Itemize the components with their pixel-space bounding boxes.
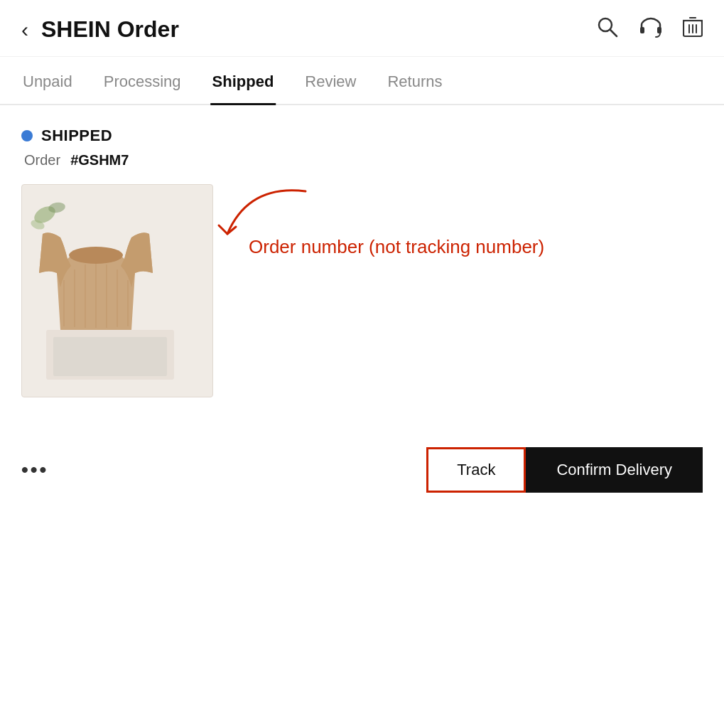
tab-review[interactable]: Review xyxy=(289,57,372,104)
annotation-arrow xyxy=(192,177,334,269)
trash-icon[interactable] xyxy=(683,16,703,43)
status-dot xyxy=(21,130,33,141)
order-number: #GSHM7 xyxy=(70,152,129,168)
tab-processing[interactable]: Processing xyxy=(88,57,197,104)
svg-rect-12 xyxy=(53,337,167,376)
status-row: SHIPPED xyxy=(21,127,703,145)
status-label: SHIPPED xyxy=(41,127,112,145)
order-label: Order xyxy=(24,152,60,168)
tabs-bar: Unpaid Processing Shipped Review Returns xyxy=(0,57,724,105)
svg-point-13 xyxy=(69,247,123,264)
svg-line-1 xyxy=(610,30,617,36)
product-area: Order number (not tracking number) xyxy=(21,184,703,397)
svg-rect-2 xyxy=(640,27,644,33)
track-button[interactable]: Track xyxy=(426,447,526,493)
tab-shipped[interactable]: Shipped xyxy=(197,57,290,104)
order-content: SHIPPED Order #GSHM7 xyxy=(0,105,724,397)
confirm-delivery-button[interactable]: Confirm Delivery xyxy=(526,447,703,493)
tab-returns[interactable]: Returns xyxy=(372,57,458,104)
product-image xyxy=(21,184,213,397)
more-options-button[interactable]: ••• xyxy=(21,459,48,481)
search-icon[interactable] xyxy=(596,16,619,43)
annotation-area: Order number (not tracking number) xyxy=(234,184,703,259)
tab-unpaid[interactable]: Unpaid xyxy=(7,57,88,104)
action-buttons: Track Confirm Delivery xyxy=(426,447,703,493)
header: ‹ SHEIN Order xyxy=(0,0,724,57)
headset-icon[interactable] xyxy=(639,16,663,43)
action-bar: ••• Track Confirm Delivery xyxy=(0,426,724,514)
svg-rect-3 xyxy=(657,27,661,33)
page-title: SHEIN Order xyxy=(41,16,179,43)
back-button[interactable]: ‹ xyxy=(21,19,28,41)
header-icons xyxy=(596,16,703,43)
order-number-row: Order #GSHM7 xyxy=(21,152,703,168)
header-left: ‹ SHEIN Order xyxy=(21,16,179,43)
